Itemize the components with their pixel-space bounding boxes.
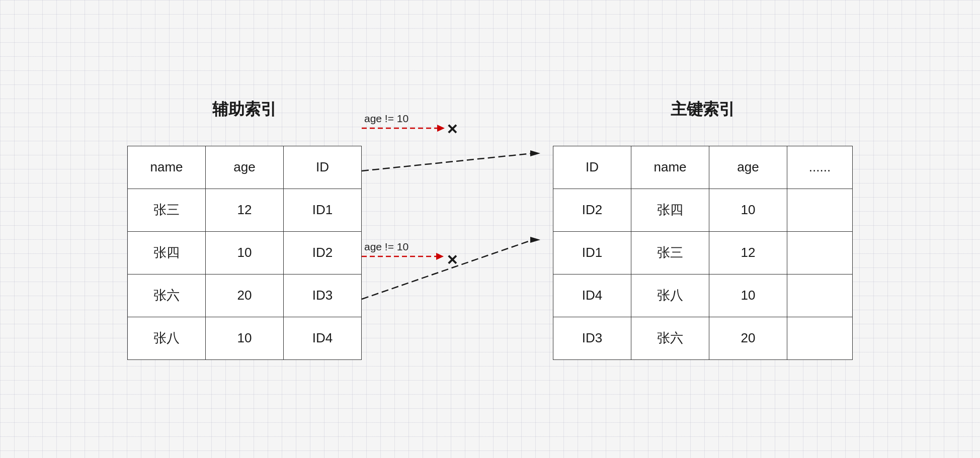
left-cell: ID4	[284, 317, 362, 359]
left-header-age: age	[206, 146, 284, 189]
left-cell: 张八	[128, 317, 206, 359]
right-section: 主键索引 ID name age ...... ID2 张四 10 ID1 张三	[553, 99, 853, 360]
table-row: 张六 20 ID3	[128, 274, 362, 317]
table-row: ID2 张四 10	[553, 189, 853, 231]
right-cell	[787, 189, 853, 231]
left-cell: ID2	[284, 231, 362, 274]
table-row: name age ID	[128, 146, 362, 189]
left-cell: 张四	[128, 231, 206, 274]
left-cell: 10	[206, 231, 284, 274]
left-section: 辅助索引 name age ID 张三 12 ID1 张四 10 ID2	[127, 99, 362, 360]
table-row: ID3 张六 20	[553, 317, 853, 359]
right-cell: ID3	[553, 317, 631, 359]
left-table: name age ID 张三 12 ID1 张四 10 ID2 张六 20	[127, 146, 362, 360]
diagram-container: 辅助索引 name age ID 张三 12 ID1 张四 10 ID2	[0, 0, 980, 458]
svg-text:age != 10: age != 10	[364, 241, 409, 252]
left-header-name: name	[128, 146, 206, 189]
left-cell: ID3	[284, 274, 362, 317]
left-cell: 张六	[128, 274, 206, 317]
right-table: ID name age ...... ID2 张四 10 ID1 张三 12	[553, 146, 853, 360]
right-cell: 张八	[631, 274, 709, 317]
right-cell	[787, 274, 853, 317]
right-header-name: name	[631, 146, 709, 189]
left-cell: ID1	[284, 189, 362, 231]
right-section-title: 主键索引	[671, 99, 735, 121]
right-cell: 张四	[631, 189, 709, 231]
right-cell: 张三	[631, 231, 709, 274]
left-cell: 张三	[128, 189, 206, 231]
right-cell: 20	[709, 317, 787, 359]
arrows-section: ✕ age != 10 ✕ age != 10	[362, 48, 553, 450]
right-cell	[787, 317, 853, 359]
left-section-title: 辅助索引	[212, 99, 277, 121]
right-header-age: age	[709, 146, 787, 189]
right-cell: ID4	[553, 274, 631, 317]
svg-text:age != 10: age != 10	[364, 113, 409, 124]
table-row: ID1 张三 12	[553, 231, 853, 274]
table-row: 张三 12 ID1	[128, 189, 362, 231]
table-row: 张四 10 ID2	[128, 231, 362, 274]
svg-marker-7	[436, 253, 444, 260]
left-cell: 12	[206, 189, 284, 231]
svg-text:✕: ✕	[446, 122, 458, 137]
svg-marker-11	[530, 237, 540, 243]
table-row: ID name age ......	[553, 146, 853, 189]
svg-marker-5	[530, 150, 540, 156]
left-header-id: ID	[284, 146, 362, 189]
svg-line-4	[362, 153, 533, 171]
right-cell: 10	[709, 274, 787, 317]
arrows-svg: ✕ age != 10 ✕ age != 10	[362, 48, 553, 410]
right-cell: 张六	[631, 317, 709, 359]
table-row: 张八 10 ID4	[128, 317, 362, 359]
svg-text:✕: ✕	[446, 252, 458, 268]
left-cell: 20	[206, 274, 284, 317]
right-header-dots: ......	[787, 146, 853, 189]
left-cell: 10	[206, 317, 284, 359]
right-cell	[787, 231, 853, 274]
right-header-id: ID	[553, 146, 631, 189]
right-cell: ID2	[553, 189, 631, 231]
right-cell: ID1	[553, 231, 631, 274]
right-cell: 10	[709, 189, 787, 231]
table-row: ID4 张八 10	[553, 274, 853, 317]
right-cell: 12	[709, 231, 787, 274]
svg-marker-1	[437, 125, 445, 132]
